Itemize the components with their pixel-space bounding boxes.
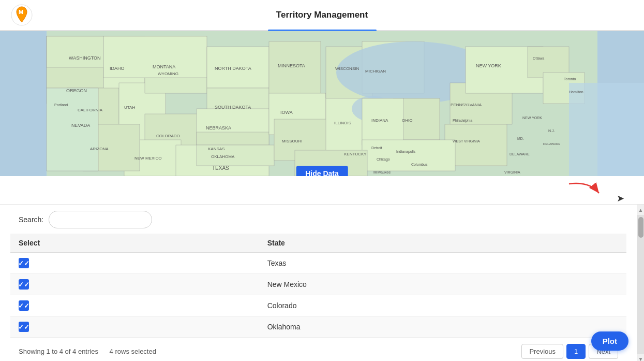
state-name: New Mexico (259, 274, 626, 295)
svg-text:MINNESOTA: MINNESOTA (278, 63, 305, 68)
footer-row: Showing 1 to 4 of 4 entries 4 rows selec… (10, 338, 626, 361)
svg-text:TEXAS: TEXAS (212, 165, 229, 171)
svg-text:OREGON: OREGON (66, 88, 87, 93)
svg-text:ARIZONA: ARIZONA (90, 147, 109, 151)
state-name: Oklahoma (259, 316, 626, 338)
scroll-thumb[interactable] (638, 217, 643, 238)
svg-text:OKLAHOMA: OKLAHOMA (211, 154, 235, 159)
svg-text:NEW MEXICO: NEW MEXICO (134, 156, 161, 161)
header: M Territory Management (0, 0, 644, 31)
svg-rect-16 (47, 88, 98, 171)
showing-info: Showing 1 to 4 of 4 entries 4 rows selec… (19, 348, 156, 355)
previous-button[interactable]: Previous (521, 344, 563, 359)
svg-text:MONTANA: MONTANA (153, 64, 175, 69)
cursor-icon: ➤ (617, 193, 624, 204)
main-content: Search: Select State ✓Texas✓New Mexico✓C… (0, 205, 637, 361)
table-row: ✓Oklahoma (10, 316, 626, 338)
svg-text:KENTUCKY: KENTUCKY (344, 152, 367, 156)
svg-text:Columbus: Columbus (411, 163, 428, 166)
svg-text:DELAWARE: DELAWARE (543, 142, 560, 146)
state-checkbox[interactable]: ✓ (19, 279, 29, 290)
scroll-track (637, 215, 644, 354)
svg-rect-3 (0, 31, 47, 176)
svg-text:NEW YORK: NEW YORK (522, 116, 542, 120)
svg-text:COLORADO: COLORADO (156, 134, 180, 138)
search-row: Search: (10, 205, 626, 234)
svg-text:WISCONSIN: WISCONSIN (335, 66, 359, 71)
svg-text:INDIANA: INDIANA (371, 118, 388, 123)
svg-text:WYOMING: WYOMING (158, 71, 178, 76)
svg-text:Ottawa: Ottawa (533, 56, 544, 60)
svg-text:Hamilton: Hamilton (569, 90, 583, 94)
svg-text:MD.: MD. (517, 137, 524, 140)
svg-text:ILLINOIS: ILLINOIS (334, 121, 351, 125)
search-input[interactable] (49, 211, 152, 228)
svg-rect-7 (47, 36, 106, 67)
plot-button-container: Plot (591, 331, 628, 351)
svg-text:WASHINGTON: WASHINGTON (69, 55, 101, 61)
table-body: ✓Texas✓New Mexico✓Colorado✓Oklahoma (10, 253, 626, 338)
svg-text:Philadelphia: Philadelphia (453, 119, 472, 123)
svg-text:NEVADA: NEVADA (71, 123, 90, 128)
content-area: Search: Select State ✓Texas✓New Mexico✓C… (0, 205, 644, 361)
logo-icon: M (10, 4, 33, 26)
svg-text:MICHIGAN: MICHIGAN (365, 69, 386, 74)
svg-text:UTAH: UTAH (124, 105, 135, 110)
scrollbar[interactable]: ▲ ▼ (637, 205, 644, 361)
svg-text:CALIFORNIA: CALIFORNIA (78, 108, 103, 112)
svg-text:N.J.: N.J. (548, 129, 555, 133)
checkbox-cell: ✓ (10, 295, 259, 316)
col-header-select: Select (10, 234, 259, 253)
state-table: Select State ✓Texas✓New Mexico✓Colorado✓… (10, 234, 626, 338)
svg-text:Chicago: Chicago (377, 157, 390, 162)
svg-text:OHIO: OHIO (402, 118, 412, 123)
showing-text: Showing 1 to 4 of 4 entries (19, 348, 98, 355)
svg-text:SOUTH DAKOTA: SOUTH DAKOTA (215, 105, 251, 110)
hide-data-button[interactable]: Hide Data (296, 166, 348, 176)
svg-text:Indianapolis: Indianapolis (396, 150, 416, 154)
page-title: Territory Management (276, 10, 368, 20)
state-name: Texas (259, 253, 626, 274)
table-row: ✓New Mexico (10, 274, 626, 295)
search-label: Search: (19, 215, 43, 224)
svg-text:IDAHO: IDAHO (110, 66, 125, 71)
svg-text:KANSAS: KANSAS (208, 147, 224, 151)
checkbox-cell: ✓ (10, 274, 259, 295)
checkbox-cell: ✓ (10, 316, 259, 338)
map-background: WASHINGTON OREGON NEVADA CALIFORNIA IDAH… (0, 31, 644, 176)
scroll-up-arrow[interactable]: ▲ (637, 205, 645, 215)
logo-area: M (10, 4, 33, 26)
svg-text:NEW YORK: NEW YORK (476, 63, 501, 68)
table-row: ✓Texas (10, 253, 626, 274)
svg-text:Detroit: Detroit (371, 146, 382, 150)
svg-text:WEST VIRGINIA: WEST VIRGINIA (453, 139, 480, 143)
svg-text:IOWA: IOWA (280, 110, 293, 115)
bottom-panel: Search: Select State ✓Texas✓New Mexico✓C… (0, 205, 644, 361)
state-name: Colorado (259, 295, 626, 316)
svg-text:VIRGINIA: VIRGINIA (504, 170, 520, 174)
svg-rect-37 (569, 83, 644, 176)
state-checkbox[interactable]: ✓ (19, 300, 29, 311)
svg-text:NORTH DAKOTA: NORTH DAKOTA (215, 66, 251, 71)
svg-rect-12 (103, 36, 207, 78)
red-arrow-annotation (564, 179, 605, 202)
page-1-button[interactable]: 1 (566, 344, 586, 359)
svg-text:Toronto: Toronto (564, 77, 576, 81)
svg-text:Portland: Portland (54, 103, 68, 107)
svg-text:PENNSYLVANIA: PENNSYLVANIA (451, 103, 482, 107)
table-row: ✓Colorado (10, 295, 626, 316)
svg-text:M: M (19, 9, 23, 15)
svg-text:DELAWARE: DELAWARE (510, 152, 530, 156)
state-checkbox[interactable]: ✓ (19, 322, 29, 332)
plot-button[interactable]: Plot (591, 331, 628, 351)
svg-text:Milwaukee: Milwaukee (373, 170, 391, 174)
map-container: WASHINGTON OREGON NEVADA CALIFORNIA IDAH… (0, 31, 644, 176)
svg-text:NEBRASKA: NEBRASKA (206, 125, 231, 131)
col-header-state: State (259, 234, 626, 253)
svg-rect-39 (362, 140, 455, 171)
svg-text:MISSOURI: MISSOURI (282, 139, 303, 143)
table-header: Select State (10, 234, 626, 253)
checkbox-cell: ✓ (10, 253, 259, 274)
scroll-down-arrow[interactable]: ▼ (637, 354, 645, 361)
state-checkbox[interactable]: ✓ (19, 258, 29, 268)
